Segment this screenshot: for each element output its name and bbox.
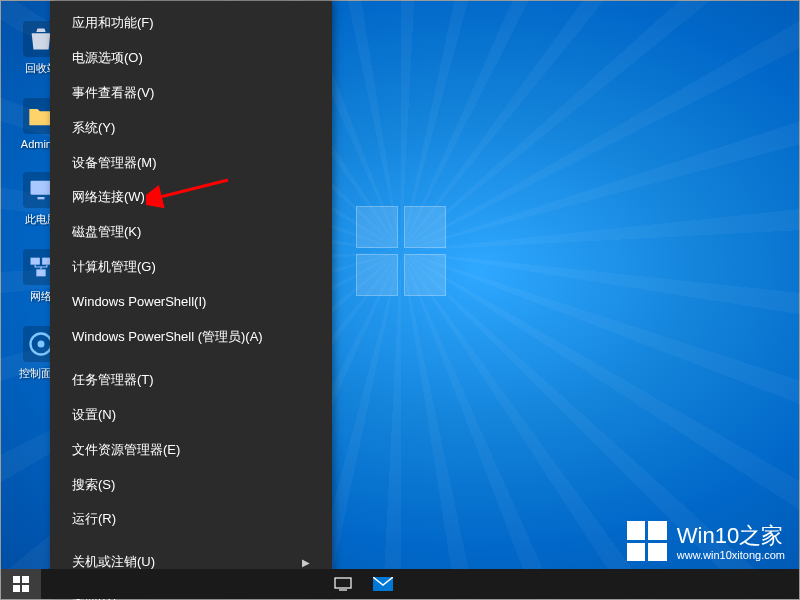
menu-item-powershell-admin[interactable]: Windows PowerShell (管理员)(A)	[50, 320, 332, 355]
menu-item-label: 电源选项(O)	[72, 50, 143, 67]
svg-rect-11	[13, 585, 20, 592]
menu-item-network-connections[interactable]: 网络连接(W)	[50, 180, 332, 215]
windows-logo-icon	[13, 576, 29, 592]
menu-item-apps-features[interactable]: 应用和功能(F)	[50, 6, 332, 41]
menu-item-run[interactable]: 运行(R)	[50, 502, 332, 537]
mail-icon	[373, 577, 393, 591]
menu-item-label: 磁盘管理(K)	[72, 224, 141, 241]
winx-context-menu: 应用和功能(F) 电源选项(O) 事件查看器(V) 系统(Y) 设备管理器(M)…	[50, 1, 332, 596]
svg-rect-1	[38, 197, 45, 199]
svg-rect-13	[335, 578, 351, 588]
menu-item-label: 系统(Y)	[72, 120, 115, 137]
menu-item-label: 任务管理器(T)	[72, 372, 154, 389]
svg-rect-10	[22, 576, 29, 583]
task-view-icon	[334, 577, 352, 591]
menu-item-label: 网络连接(W)	[72, 189, 145, 206]
menu-item-label: 文件资源管理器(E)	[72, 442, 180, 459]
menu-item-power-options[interactable]: 电源选项(O)	[50, 41, 332, 76]
menu-item-label: 应用和功能(F)	[72, 15, 154, 32]
menu-item-powershell[interactable]: Windows PowerShell(I)	[50, 285, 332, 320]
menu-item-event-viewer[interactable]: 事件查看器(V)	[50, 76, 332, 111]
watermark-url: www.win10xitong.com	[677, 549, 785, 561]
menu-item-device-manager[interactable]: 设备管理器(M)	[50, 146, 332, 181]
start-button[interactable]	[1, 569, 41, 599]
menu-item-label: Windows PowerShell (管理员)(A)	[72, 329, 263, 346]
svg-rect-9	[13, 576, 20, 583]
taskbar-mail[interactable]	[363, 569, 403, 599]
taskbar	[1, 569, 799, 599]
menu-item-file-explorer[interactable]: 文件资源管理器(E)	[50, 433, 332, 468]
svg-rect-2	[31, 258, 40, 265]
taskbar-task-view[interactable]	[323, 569, 363, 599]
menu-item-label: Windows PowerShell(I)	[72, 294, 206, 311]
svg-point-6	[38, 341, 45, 348]
menu-item-label: 事件查看器(V)	[72, 85, 154, 102]
menu-item-label: 设置(N)	[72, 407, 116, 424]
desktop: 回收站 Admin... 此电脑 网络 控制面板	[0, 0, 800, 600]
watermark-text: Win10之家 www.win10xitong.com	[677, 521, 785, 561]
windows-logo-icon	[627, 521, 667, 561]
svg-rect-12	[22, 585, 29, 592]
menu-item-label: 设备管理器(M)	[72, 155, 157, 172]
menu-item-label: 搜索(S)	[72, 477, 115, 494]
menu-item-label: 计算机管理(G)	[72, 259, 156, 276]
menu-item-system[interactable]: 系统(Y)	[50, 111, 332, 146]
menu-item-search[interactable]: 搜索(S)	[50, 468, 332, 503]
menu-item-computer-management[interactable]: 计算机管理(G)	[50, 250, 332, 285]
menu-item-settings[interactable]: 设置(N)	[50, 398, 332, 433]
wallpaper-windows-logo	[356, 206, 446, 296]
svg-rect-0	[31, 181, 52, 195]
menu-item-disk-management[interactable]: 磁盘管理(K)	[50, 215, 332, 250]
menu-item-task-manager[interactable]: 任务管理器(T)	[50, 363, 332, 398]
menu-item-label: 运行(R)	[72, 511, 116, 528]
watermark-title: Win10之家	[677, 523, 783, 548]
desktop-icon-label: 网络	[30, 289, 52, 304]
watermark: Win10之家 www.win10xitong.com	[627, 521, 785, 561]
chevron-right-icon: ▶	[302, 556, 310, 569]
svg-rect-4	[36, 269, 45, 276]
